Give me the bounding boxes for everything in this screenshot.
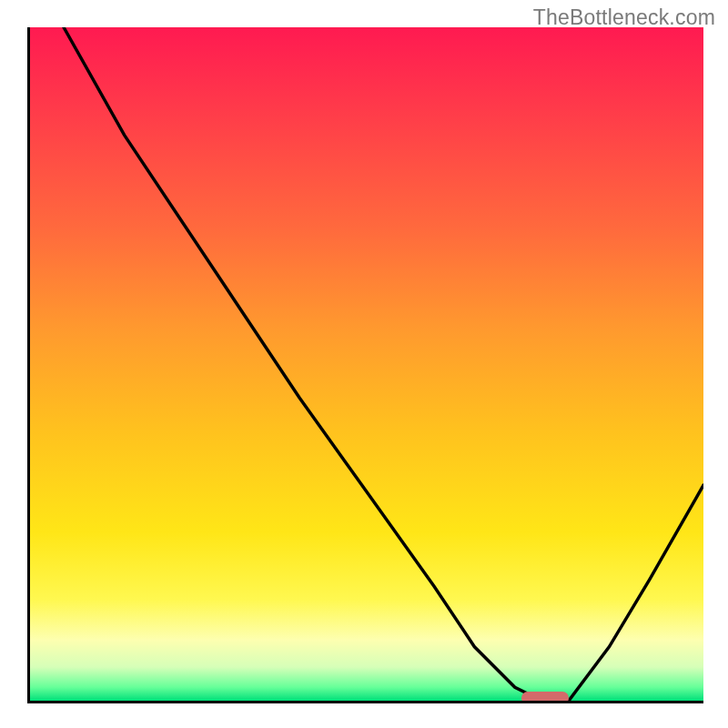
bottleneck-curve [30, 27, 703, 701]
optimal-range-marker [521, 692, 569, 703]
chart-canvas: TheBottleneck.com [0, 0, 728, 728]
plot-area [27, 27, 703, 703]
watermark-label: TheBottleneck.com [533, 5, 715, 30]
